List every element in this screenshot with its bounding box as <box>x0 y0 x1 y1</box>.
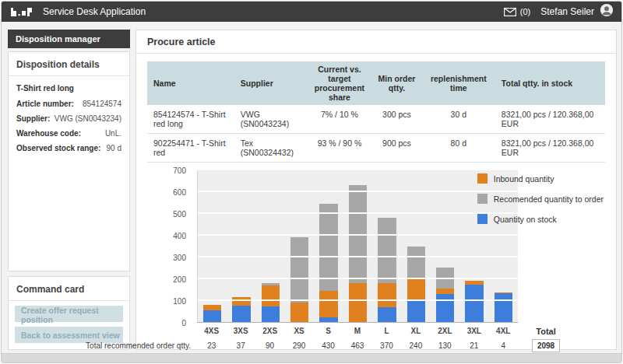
field-label: Observed stock range: <box>16 144 100 152</box>
y-axis-tick-label: 300 <box>173 254 186 262</box>
create-offer-request-position-button[interactable]: Create offer request position <box>15 306 123 322</box>
bar-segment-3xl <box>465 281 483 285</box>
bar-segment-xl <box>407 247 425 279</box>
legend-item-stock: Quantity on stock <box>477 214 604 224</box>
table-cell: Tex (SN00324432) <box>234 134 308 162</box>
legend-label: Quantity on stock <box>494 215 557 224</box>
y-axis-tick-label: 600 <box>173 188 186 197</box>
chart-legend: Inbound quantity Recomended quantity to … <box>477 173 604 224</box>
total-qty-3xs: 37 <box>226 341 255 350</box>
total-qty-3xl: 21 <box>459 341 488 350</box>
table-cell: 7% / 10 % <box>308 105 371 133</box>
user-menu[interactable] <box>600 3 614 20</box>
x-axis-label-4xs: 4XS <box>197 327 226 335</box>
column-header-total-stock: Total qtty. in stock <box>495 61 605 105</box>
bar-segment-2xs <box>262 283 280 285</box>
detail-row-article-number: Article number: 854124574 <box>16 100 121 108</box>
inbound-quantity-swatch-icon <box>477 173 487 184</box>
bar-segment-2xs <box>262 306 280 322</box>
bar-segment-s <box>319 317 337 322</box>
top-header-bar: Service Desk Application (0) Stefan Seil… <box>2 2 621 22</box>
avatar-icon <box>600 3 614 17</box>
field-label: Warehouse code: <box>16 129 81 138</box>
x-axis-label-3xl: 3XL <box>459 327 488 335</box>
bar-segment-2xs <box>262 285 280 306</box>
bar-segment-3xs <box>232 297 250 306</box>
window-footer-strip <box>2 353 621 362</box>
gridline <box>198 234 518 236</box>
x-axis-label-xs: XS <box>284 327 313 335</box>
sidebar: Disposition manager Disposition details … <box>8 30 130 350</box>
total-recommended-row: Total recommended order qtty. 2337902904… <box>147 338 605 353</box>
total-qty-2xl: 130 <box>431 341 459 350</box>
x-axis-label-4xl: 4XL <box>489 327 518 335</box>
bar-segment-m <box>349 283 367 322</box>
y-axis-tick-label: 700 <box>173 166 186 175</box>
chart-y-axis: 0100200300400500600700 <box>147 170 191 323</box>
y-axis-tick-label: 400 <box>173 232 186 240</box>
bar-segment-3xl <box>465 285 483 322</box>
total-recommended-label: Total recommended order qtty. <box>86 341 191 350</box>
app-window: Service Desk Application (0) Stefan Seil… <box>1 1 622 363</box>
inbox-button[interactable]: (0) <box>504 7 530 16</box>
table-cell: 300 pcs <box>371 105 422 133</box>
legend-label: Recomended quantity to order <box>494 194 604 204</box>
bar-segment-l <box>378 307 396 322</box>
x-axis-label-2xs: 2XS <box>255 327 284 335</box>
disposition-details-title: Disposition details <box>9 52 129 76</box>
x-axis-label-l: L <box>372 327 401 335</box>
bar-segment-4xs <box>203 310 221 322</box>
y-axis-tick-label: 200 <box>173 275 186 284</box>
bar-segment-4xl <box>495 293 512 322</box>
command-card-title: Command card <box>9 277 129 301</box>
legend-item-recommended: Recomended quantity to order <box>477 194 604 204</box>
gridline <box>198 191 518 192</box>
field-value: UnL. <box>105 129 121 138</box>
bar-segment-xl <box>407 279 425 301</box>
legend-label: Inbound quantity <box>494 174 554 184</box>
total-qty-m: 463 <box>343 341 371 350</box>
total-column-header: Total <box>536 327 555 336</box>
article-name: T-Shirt red long <box>16 84 121 93</box>
field-value: VWG (SN0043234) <box>55 114 121 123</box>
procure-table-body: 854124574 - T-Shirt red longVWG (SN00432… <box>147 105 605 163</box>
column-header-supplier: Supplier <box>234 61 308 105</box>
inbox-count: (0) <box>520 7 530 16</box>
page-title: Procure article <box>136 30 616 54</box>
bar-segment-s <box>319 291 337 317</box>
stock-chart: 0100200300400500600700 Inbound quantity … <box>147 169 605 324</box>
command-card-panel: Command card Create offer request positi… <box>8 276 130 350</box>
procure-table-header: Name Supplier Current vs. target procure… <box>147 61 605 105</box>
table-cell: VWG (SN0043234) <box>234 105 308 133</box>
sidebar-item-disposition-manager[interactable]: Disposition manager <box>8 30 130 48</box>
field-value: 90 d <box>107 144 121 152</box>
total-qty-l: 370 <box>372 341 401 350</box>
bar-segment-l <box>378 283 396 307</box>
table-row[interactable]: 902254471 - T-Shirt redTex (SN00324432)9… <box>147 134 605 163</box>
bar-segment-xl <box>407 301 425 322</box>
x-axis-label-s: S <box>314 327 343 335</box>
legend-item-inbound: Inbound quantity <box>477 173 604 184</box>
table-cell: 8321,00 pcs / 120.368,00 EUR <box>495 134 605 162</box>
column-header-name: Name <box>147 61 234 105</box>
app-title: Service Desk Application <box>43 6 146 17</box>
x-axis-label-2xl: 2XL <box>431 327 459 335</box>
x-axis-label-3xs: 3XS <box>226 327 255 335</box>
table-row[interactable]: 854124574 - T-Shirt red longVWG (SN00432… <box>147 105 605 134</box>
column-header-replenishment: replenishment time <box>422 61 495 105</box>
envelope-icon <box>504 8 516 16</box>
total-qty-xl: 240 <box>401 341 430 350</box>
grand-total-box: 2098 <box>532 339 560 352</box>
table-cell: 8321,00 pcs / 120.368,00 EUR <box>495 105 605 133</box>
gridline <box>198 169 518 170</box>
column-header-min-order: Min order qtty. <box>371 61 422 105</box>
gridline <box>198 278 518 279</box>
gridline <box>198 212 518 214</box>
bar-segment-3xs <box>232 306 250 322</box>
total-qty-4xs: 23 <box>197 341 226 350</box>
field-value: 854124574 <box>83 100 121 108</box>
app-logo-icon <box>11 7 32 16</box>
bar-segment-xs <box>290 237 308 303</box>
chart-x-axis-row: 4XS3XS2XSXSSMLXL2XL3XL4XL Total <box>147 324 605 338</box>
gridline <box>198 299 518 301</box>
